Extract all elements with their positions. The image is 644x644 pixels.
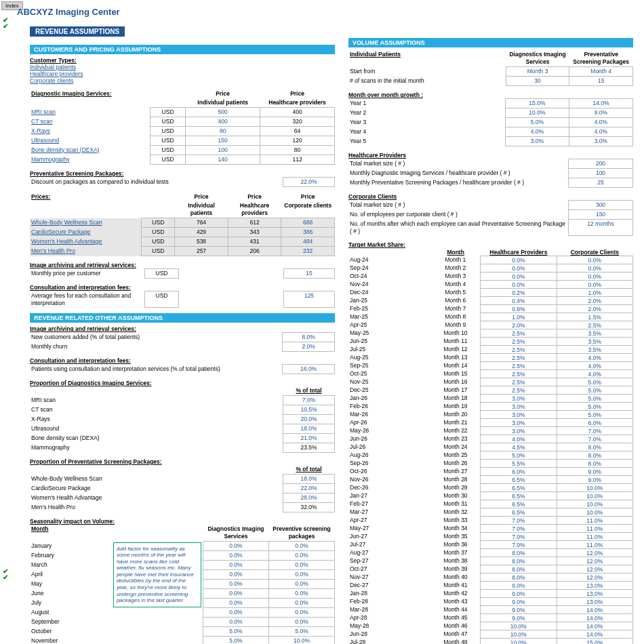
season-prev-value[interactable]: 0.0% bbox=[269, 551, 335, 561]
season-diag-value[interactable]: 0.0% bbox=[203, 589, 268, 599]
price-hcp[interactable]: 80 bbox=[260, 146, 335, 155]
share-corp-value[interactable]: 0.0% bbox=[557, 273, 632, 281]
share-hcp-value[interactable]: 0.6% bbox=[481, 305, 557, 313]
season-prev-value[interactable]: 5.0% bbox=[269, 627, 335, 637]
share-corp-value[interactable]: 5.0% bbox=[557, 411, 632, 419]
service-name[interactable]: X-Rays bbox=[30, 127, 150, 136]
share-hcp-value[interactable]: 3.0% bbox=[481, 427, 557, 435]
item-value[interactable]: 7.0% bbox=[283, 396, 335, 405]
new-customers-value[interactable]: 6.0% bbox=[283, 333, 335, 342]
share-hcp-value[interactable]: 6.0% bbox=[481, 468, 557, 476]
share-corp-value[interactable]: 4.0% bbox=[557, 370, 632, 378]
share-hcp-value[interactable]: 10.0% bbox=[481, 630, 557, 639]
share-hcp-value[interactable]: 2.5% bbox=[481, 370, 557, 378]
share-hcp-value[interactable]: 0.0% bbox=[481, 281, 557, 289]
customer-type-link[interactable]: Individual patients bbox=[30, 64, 335, 71]
total-market-value[interactable]: 200 bbox=[569, 159, 633, 169]
share-corp-value[interactable]: 8.0% bbox=[557, 443, 632, 451]
share-corp-value[interactable]: 10.0% bbox=[557, 492, 632, 500]
share-corp-value[interactable]: 2.5% bbox=[557, 321, 632, 329]
season-diag-value[interactable]: 0.0% bbox=[203, 542, 268, 551]
share-corp-value[interactable]: 12.0% bbox=[557, 557, 632, 565]
share-hcp-value[interactable]: 2.0% bbox=[481, 321, 557, 329]
growth-diag-value[interactable]: 5.0% bbox=[505, 118, 569, 127]
share-corp-value[interactable]: 11.0% bbox=[557, 533, 632, 541]
item-value[interactable]: 21.0% bbox=[283, 434, 335, 443]
share-corp-value[interactable]: 7.0% bbox=[557, 427, 632, 435]
price-corporate[interactable]: 484 bbox=[281, 237, 335, 247]
share-corp-value[interactable]: 0.0% bbox=[557, 281, 632, 289]
share-hcp-value[interactable]: 2.5% bbox=[481, 386, 557, 395]
price-individual[interactable]: 429 bbox=[175, 228, 228, 237]
share-hcp-value[interactable]: 6.5% bbox=[481, 500, 557, 508]
growth-prev-value[interactable]: 3.0% bbox=[569, 137, 632, 146]
item-value[interactable]: 28.0% bbox=[283, 494, 335, 503]
patients-using-value[interactable]: 16.0% bbox=[283, 365, 335, 374]
share-corp-value[interactable]: 4.0% bbox=[557, 362, 632, 370]
share-corp-value[interactable]: 5.0% bbox=[557, 386, 632, 395]
item-value[interactable]: 10.5% bbox=[283, 405, 335, 415]
share-corp-value[interactable]: 12.0% bbox=[557, 549, 632, 557]
price-hcp[interactable]: 320 bbox=[260, 117, 335, 127]
share-hcp-value[interactable]: 2.5% bbox=[481, 362, 557, 370]
season-diag-value[interactable]: 0.0% bbox=[203, 608, 268, 618]
season-diag-value[interactable]: 0.0% bbox=[203, 580, 268, 589]
growth-prev-value[interactable]: 4.0% bbox=[569, 127, 632, 137]
share-hcp-value[interactable]: 6.5% bbox=[481, 508, 557, 517]
share-hcp-value[interactable]: 0.0% bbox=[481, 256, 557, 264]
season-diag-value[interactable]: 0.0% bbox=[203, 570, 268, 580]
share-corp-value[interactable]: 11.0% bbox=[557, 541, 632, 549]
share-corp-value[interactable]: 1.0% bbox=[557, 289, 632, 297]
share-hcp-value[interactable]: 6.5% bbox=[481, 484, 557, 492]
season-diag-value[interactable]: 5.0% bbox=[203, 627, 268, 637]
price-hcp[interactable]: 112 bbox=[260, 155, 335, 165]
share-hcp-value[interactable]: 9.0% bbox=[481, 582, 557, 590]
share-hcp-value[interactable]: 6.5% bbox=[481, 476, 557, 484]
share-hcp-value[interactable]: 2.5% bbox=[481, 378, 557, 386]
share-corp-value[interactable]: 5.0% bbox=[557, 395, 632, 403]
season-prev-value[interactable]: 0.0% bbox=[269, 580, 335, 589]
season-diag-value[interactable]: 5.0% bbox=[203, 637, 268, 645]
growth-diag-value[interactable]: 3.0% bbox=[505, 137, 569, 146]
share-corp-value[interactable]: 5.0% bbox=[557, 403, 632, 411]
share-hcp-value[interactable]: 2.5% bbox=[481, 329, 557, 338]
service-name[interactable]: CT scan bbox=[30, 117, 150, 127]
price-hcp[interactable]: 120 bbox=[260, 136, 335, 146]
item-value[interactable]: 23.5% bbox=[283, 443, 335, 453]
season-prev-value[interactable]: 0.0% bbox=[269, 599, 335, 608]
corp-market-value[interactable]: 300 bbox=[569, 201, 633, 210]
item-value[interactable]: 18.0% bbox=[283, 475, 335, 484]
price-individual[interactable]: 257 bbox=[175, 247, 228, 256]
price-individual[interactable]: 80 bbox=[186, 127, 260, 136]
package-name[interactable]: Women's Health Advantage bbox=[30, 237, 142, 247]
share-hcp-value[interactable]: 3.0% bbox=[481, 419, 557, 427]
package-name[interactable]: Whole-Body Wellness Scan bbox=[30, 218, 142, 228]
season-prev-value[interactable]: 10.0% bbox=[269, 637, 335, 645]
item-value[interactable]: 20.0% bbox=[283, 415, 335, 424]
share-corp-value[interactable]: 14.0% bbox=[557, 622, 632, 630]
season-prev-value[interactable]: 0.0% bbox=[269, 542, 335, 551]
share-hcp-value[interactable]: 2.5% bbox=[481, 338, 557, 346]
package-name[interactable]: CardioSecure Package bbox=[30, 228, 142, 237]
share-corp-value[interactable]: 3.5% bbox=[557, 346, 632, 354]
share-corp-value[interactable]: 0.0% bbox=[557, 256, 632, 264]
share-hcp-value[interactable]: 7.0% bbox=[481, 541, 557, 549]
share-corp-value[interactable]: 10.0% bbox=[557, 508, 632, 517]
share-hcp-value[interactable]: 3.0% bbox=[481, 411, 557, 419]
price-corporate[interactable]: 232 bbox=[281, 247, 335, 256]
scans-diag-value[interactable]: 30 bbox=[506, 77, 569, 86]
share-corp-value[interactable]: 7.0% bbox=[557, 435, 632, 443]
season-diag-value[interactable]: 0.0% bbox=[203, 618, 268, 627]
share-corp-value[interactable]: 5.0% bbox=[557, 378, 632, 386]
share-hcp-value[interactable]: 5.5% bbox=[481, 460, 557, 468]
share-corp-value[interactable]: 11.0% bbox=[557, 525, 632, 533]
share-corp-value[interactable]: 3.5% bbox=[557, 329, 632, 338]
share-hcp-value[interactable]: 8.0% bbox=[481, 565, 557, 573]
share-corp-value[interactable]: 11.0% bbox=[557, 517, 632, 525]
price-hcp[interactable]: 343 bbox=[228, 228, 281, 237]
package-name[interactable]: Men's Health Pro bbox=[30, 247, 142, 256]
service-name[interactable]: Ultrasound bbox=[30, 136, 150, 146]
season-prev-value[interactable]: 0.0% bbox=[269, 589, 335, 599]
season-prev-value[interactable]: 0.0% bbox=[269, 570, 335, 580]
share-corp-value[interactable]: 13.0% bbox=[557, 590, 632, 598]
